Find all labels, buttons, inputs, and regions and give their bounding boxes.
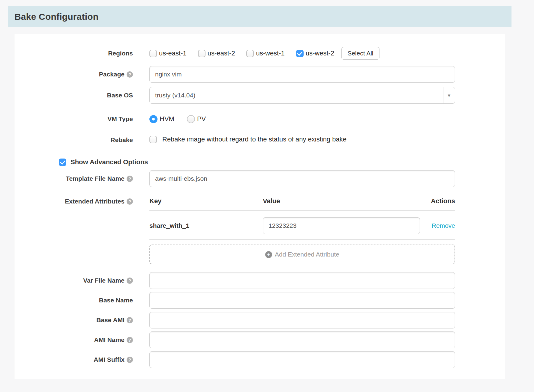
base-os-select[interactable]: trusty (v14.04) ▼ [149, 87, 455, 104]
package-label: Package [99, 71, 124, 78]
regions-row: Regions us-east-1 us-east-2 us-west-1 us… [14, 45, 505, 62]
ami-suffix-input[interactable] [149, 351, 455, 368]
base-name-label: Base Name [99, 297, 133, 304]
help-icon[interactable]: ? [127, 71, 133, 78]
extended-attributes-header-row: Key Value Actions [149, 197, 455, 211]
extended-attributes-label: Extended Attributes [65, 198, 124, 205]
template-file-name-input[interactable] [149, 170, 455, 187]
rebake-checkbox-label: Rebake image without regard to the statu… [162, 135, 346, 143]
template-file-name-label-cell: Template File Name ? [14, 175, 133, 182]
extended-attributes-row: Extended Attributes ? Key Value Actions … [14, 197, 505, 264]
vm-type-label-cell: VM Type [14, 115, 133, 123]
page-title: Bake Configuration [14, 12, 98, 22]
var-file-name-label: Var File Name [83, 277, 124, 284]
rebake-row: Rebake Rebake image without regard to th… [14, 133, 505, 147]
attribute-value-input[interactable] [263, 217, 420, 234]
package-row: Package ? [14, 66, 505, 83]
ami-suffix-label: AMI Suffix [94, 356, 124, 363]
extended-attribute-row: share_with_1 Remove [149, 211, 455, 240]
remove-attribute-link[interactable]: Remove [432, 222, 455, 229]
column-header-value: Value [263, 197, 420, 205]
help-icon[interactable]: ? [127, 198, 133, 205]
base-os-selected-value: trusty (v14.04) [155, 92, 195, 99]
rebake-label-cell: Rebake [14, 136, 133, 144]
regions-options: us-east-1 us-east-2 us-west-1 us-west-2 … [149, 47, 455, 60]
column-header-key: Key [149, 197, 263, 205]
regions-label: Regions [108, 50, 133, 57]
show-advanced-options-row[interactable]: Show Advanced Options [14, 158, 505, 167]
base-os-label: Base OS [107, 92, 133, 99]
region-option-us-west-2[interactable]: us-west-2 [296, 49, 334, 57]
attribute-key: share_with_1 [149, 222, 263, 229]
ami-name-row: AMI Name ? [14, 331, 505, 348]
plus-icon: + [265, 251, 272, 258]
base-name-row: Base Name [14, 292, 505, 309]
var-file-name-input[interactable] [149, 272, 455, 289]
region-label-us-west-1: us-west-1 [256, 49, 284, 57]
vm-type-options: HVM PV [149, 115, 455, 123]
vm-type-option-hvm[interactable]: HVM [149, 115, 174, 123]
column-header-actions: Actions [431, 197, 455, 205]
ami-name-input[interactable] [149, 331, 455, 348]
rebake-label: Rebake [110, 136, 133, 144]
vm-type-option-pv[interactable]: PV [187, 115, 206, 123]
ami-name-label-cell: AMI Name ? [14, 336, 133, 343]
base-ami-label: Base AMI [96, 316, 124, 324]
show-advanced-label: Show Advanced Options [70, 158, 148, 166]
help-icon[interactable]: ? [127, 317, 133, 323]
region-option-us-east-2[interactable]: us-east-2 [198, 49, 235, 57]
region-option-us-west-1[interactable]: us-west-1 [246, 49, 284, 57]
help-icon[interactable]: ? [127, 176, 133, 182]
vm-type-row: VM Type HVM PV [14, 112, 505, 126]
help-icon[interactable]: ? [127, 337, 133, 343]
add-extended-attribute-button[interactable]: + Add Extended Attribute [149, 245, 455, 264]
regions-label-cell: Regions [14, 50, 133, 57]
base-os-row: Base OS trusty (v14.04) ▼ [14, 87, 505, 104]
base-ami-row: Base AMI ? [14, 312, 505, 328]
ami-suffix-label-cell: AMI Suffix ? [14, 356, 133, 363]
select-arrow-box[interactable]: ▼ [443, 87, 455, 103]
base-name-input[interactable] [149, 292, 455, 309]
region-checkbox-us-east-2[interactable] [198, 50, 206, 57]
template-file-name-label: Template File Name [66, 175, 124, 182]
region-label-us-east-2: us-east-2 [208, 49, 235, 57]
help-icon[interactable]: ? [127, 278, 133, 284]
extended-attributes-table: Key Value Actions share_with_1 Remove + … [149, 197, 455, 264]
base-name-label-cell: Base Name [14, 297, 133, 304]
attribute-value-cell [263, 217, 420, 234]
base-ami-label-cell: Base AMI ? [14, 316, 133, 324]
vm-type-label-pv: PV [197, 115, 206, 123]
help-icon[interactable]: ? [127, 357, 133, 363]
region-label-us-west-2: us-west-2 [306, 49, 334, 57]
extended-attributes-label-cell: Extended Attributes ? [14, 197, 133, 205]
section-header: Bake Configuration [8, 6, 512, 27]
vm-type-label-hvm: HVM [160, 115, 174, 123]
vm-type-radio-hvm[interactable] [149, 115, 158, 123]
ami-suffix-row: AMI Suffix ? [14, 351, 505, 368]
bake-configuration-card: Regions us-east-1 us-east-2 us-west-1 us… [14, 34, 505, 379]
rebake-checkbox[interactable] [149, 136, 157, 143]
ami-name-label: AMI Name [94, 336, 124, 343]
var-file-name-label-cell: Var File Name ? [14, 277, 133, 284]
var-file-name-row: Var File Name ? [14, 272, 505, 289]
add-extended-attribute-label: Add Extended Attribute [275, 251, 339, 258]
vm-type-label: VM Type [107, 115, 133, 123]
show-advanced-checkbox[interactable] [59, 159, 66, 166]
region-label-us-east-1: us-east-1 [159, 49, 187, 57]
rebake-option[interactable]: Rebake image without regard to the statu… [149, 135, 346, 143]
select-all-button[interactable]: Select All [341, 47, 379, 60]
template-file-name-row: Template File Name ? [14, 170, 505, 187]
region-checkbox-us-west-2[interactable] [296, 50, 304, 57]
region-checkbox-us-east-1[interactable] [149, 50, 157, 57]
region-checkbox-us-west-1[interactable] [246, 50, 254, 57]
base-ami-input[interactable] [149, 312, 455, 328]
base-os-label-cell: Base OS [14, 92, 133, 99]
vm-type-radio-pv[interactable] [187, 115, 195, 123]
package-label-cell: Package ? [14, 71, 133, 78]
chevron-down-icon: ▼ [447, 93, 452, 98]
package-input[interactable] [149, 66, 455, 83]
region-option-us-east-1[interactable]: us-east-1 [149, 49, 187, 57]
